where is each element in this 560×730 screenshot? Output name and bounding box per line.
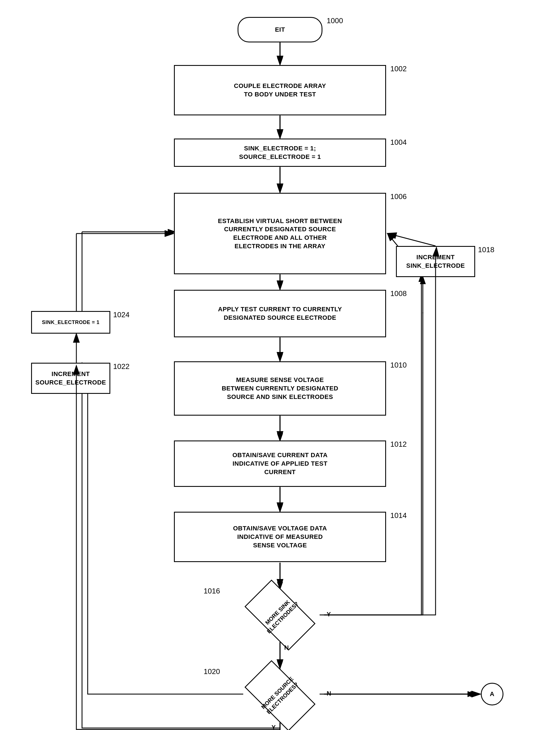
circle-a-label: A — [490, 690, 494, 698]
circle-a-node: A — [481, 683, 503, 705]
obtain-voltage-label: OBTAIN/SAVE VOLTAGE DATA INDICATIVE OF M… — [233, 524, 327, 549]
more-sink-no-label: N — [284, 644, 289, 651]
apply-label: APPLY TEST CURRENT TO CURRENTLY DESIGNAT… — [218, 305, 342, 322]
init-ref: 1004 — [390, 138, 407, 147]
obtain-voltage-ref: 1014 — [390, 511, 407, 520]
eit-node: EIT — [238, 17, 322, 42]
more-source-ref: 1020 — [204, 667, 220, 676]
increment-sink-ref: 1018 — [478, 246, 494, 254]
increment-sink-node: INCREMENT SINK_ELECTRODE — [396, 246, 475, 277]
apply-ref: 1008 — [390, 289, 407, 298]
more-sink-yes-label: Y — [327, 611, 331, 618]
reset-sink-node: SINK_ELECTRODE = 1 — [31, 311, 110, 334]
obtain-current-node: OBTAIN/SAVE CURRENT DATA INDICATIVE OF A… — [174, 440, 386, 487]
measure-ref: 1010 — [390, 361, 407, 369]
more-sink-node: MORE SINKELECTRODES? — [236, 588, 324, 642]
establish-ref: 1006 — [390, 192, 407, 201]
measure-label: MEASURE SENSE VOLTAGE BETWEEN CURRENTLY … — [222, 376, 338, 401]
measure-node: MEASURE SENSE VOLTAGE BETWEEN CURRENTLY … — [174, 361, 386, 415]
more-source-no-label: N — [327, 690, 331, 697]
couple-ref: 1002 — [390, 64, 407, 73]
establish-label: ESTABLISH VIRTUAL SHORT BETWEEN CURRENTL… — [218, 217, 342, 251]
eit-label: EIT — [275, 25, 285, 34]
obtain-voltage-node: OBTAIN/SAVE VOLTAGE DATA INDICATIVE OF M… — [174, 512, 386, 562]
flowchart-diagram: EIT 1000 COUPLE ELECTRODE ARRAY TO BODY … — [0, 0, 560, 730]
increment-source-label: INCREMENT SOURCE_ELECTRODE — [35, 370, 106, 386]
svg-line-38 — [388, 234, 436, 246]
init-label: SINK_ELECTRODE = 1; SOURCE_ELECTRODE = 1 — [239, 144, 321, 161]
increment-source-node: INCREMENT SOURCE_ELECTRODE — [31, 363, 110, 394]
more-sink-ref: 1016 — [204, 587, 220, 595]
eit-ref: 1000 — [327, 16, 343, 25]
more-source-node: MORE SOURCEELECTRODES? — [236, 669, 324, 722]
couple-node: COUPLE ELECTRODE ARRAY TO BODY UNDER TES… — [174, 65, 386, 115]
increment-source-ref: 1022 — [113, 362, 130, 371]
obtain-current-ref: 1012 — [390, 440, 407, 449]
more-source-yes-label: Y — [272, 724, 276, 730]
init-node: SINK_ELECTRODE = 1; SOURCE_ELECTRODE = 1 — [174, 139, 386, 167]
increment-sink-label: INCREMENT SINK_ELECTRODE — [406, 253, 465, 270]
reset-sink-label: SINK_ELECTRODE = 1 — [42, 319, 100, 326]
obtain-current-label: OBTAIN/SAVE CURRENT DATA INDICATIVE OF A… — [232, 451, 328, 476]
establish-node: ESTABLISH VIRTUAL SHORT BETWEEN CURRENTL… — [174, 193, 386, 274]
apply-node: APPLY TEST CURRENT TO CURRENTLY DESIGNAT… — [174, 290, 386, 337]
couple-label: COUPLE ELECTRODE ARRAY TO BODY UNDER TES… — [234, 82, 326, 98]
reset-sink-ref: 1024 — [113, 311, 130, 319]
